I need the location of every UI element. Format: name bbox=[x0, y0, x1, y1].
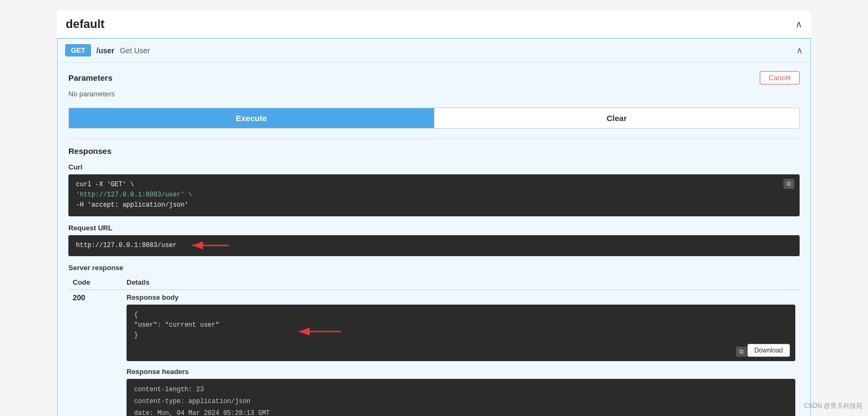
api-body: Parameters Cancel No parameters Execute … bbox=[58, 62, 810, 416]
response-body-key: "user": bbox=[134, 321, 161, 329]
server-response-label: Server response bbox=[68, 264, 800, 272]
request-url-label: Request URL bbox=[68, 224, 800, 232]
response-body-value: "current user" bbox=[161, 321, 219, 329]
response-body-label: Response body bbox=[127, 293, 795, 301]
page-title: default bbox=[66, 17, 104, 31]
responses-section-title: Responses bbox=[68, 138, 800, 156]
curl-label: Curl bbox=[68, 163, 800, 171]
request-url-block: http://127.0.0.1:8083/user bbox=[68, 235, 800, 256]
endpoint-chevron-icon[interactable]: ∧ bbox=[796, 45, 803, 55]
response-table: Code Details 200 Response body bbox=[68, 275, 800, 416]
curl-line1: curl -X 'GET' \ bbox=[76, 181, 134, 188]
no-parameters-text: No parameters bbox=[68, 90, 800, 98]
action-buttons: Execute Clear bbox=[68, 108, 800, 129]
response-body-line1: { bbox=[134, 311, 138, 319]
red-arrow-body bbox=[293, 325, 342, 338]
request-url-section: Request URL http://127.0.0.1:8083/user bbox=[68, 224, 800, 256]
clear-button[interactable]: Clear bbox=[434, 108, 800, 128]
endpoint-description: Get User bbox=[120, 46, 150, 55]
api-section: GET /user Get User ∧ Parameters Cancel N… bbox=[57, 38, 811, 416]
api-endpoint-bar[interactable]: GET /user Get User ∧ bbox=[58, 39, 810, 62]
response-body-line3: } bbox=[134, 332, 138, 339]
method-badge: GET bbox=[65, 44, 91, 57]
response-body-block: { "user": "current user" } bbox=[127, 305, 795, 362]
parameters-header: Parameters Cancel bbox=[68, 71, 800, 84]
parameters-title: Parameters bbox=[68, 73, 113, 82]
download-button[interactable]: Download bbox=[747, 344, 790, 357]
curl-line2: 'http://127.0.0.1:8083/user' \ bbox=[76, 191, 192, 199]
response-headers-label: Response headers bbox=[127, 368, 795, 376]
collapse-icon[interactable]: ∧ bbox=[795, 18, 802, 30]
curl-section: Curl curl -X 'GET' \ 'http://127.0.0.1:8… bbox=[68, 163, 800, 216]
response-header-3: date: Mon, 04 Mar 2024 05:28:13 GMT bbox=[134, 408, 788, 417]
default-header: default ∧ bbox=[57, 11, 811, 38]
curl-line3: -H 'accept: application/json' bbox=[76, 201, 188, 209]
curl-code-block: curl -X 'GET' \ 'http://127.0.0.1:8083/u… bbox=[68, 174, 800, 216]
response-header-2: content-type: application/json bbox=[134, 396, 788, 408]
response-headers-block: content-length: 23 content-type: applica… bbox=[127, 379, 795, 416]
endpoint-path: /user bbox=[96, 46, 114, 55]
curl-copy-button[interactable]: ⧉ bbox=[783, 179, 794, 189]
response-status-code: 200 bbox=[73, 293, 85, 302]
response-body-copy-button[interactable]: ⧉ bbox=[736, 347, 747, 357]
request-url-value: http://127.0.0.1:8083/user bbox=[76, 242, 177, 249]
table-row: 200 Response body { "user": "current use… bbox=[68, 290, 800, 416]
server-response-section: Server response Code Details 200 bbox=[68, 264, 800, 416]
watermark: CSDN @景天科技苑 bbox=[803, 401, 863, 411]
code-column-header: Code bbox=[68, 275, 122, 290]
red-arrow-url bbox=[187, 239, 230, 252]
execute-button[interactable]: Execute bbox=[69, 108, 434, 128]
details-column-header: Details bbox=[122, 275, 800, 290]
response-header-1: content-length: 23 bbox=[134, 384, 788, 396]
cancel-button[interactable]: Cancel bbox=[760, 71, 800, 84]
